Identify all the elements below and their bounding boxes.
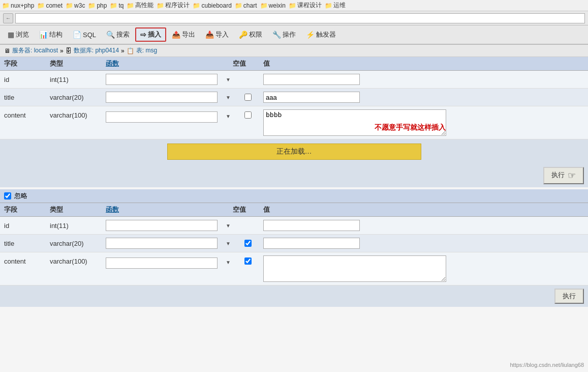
server-link[interactable]: 服务器: localhost	[12, 46, 58, 55]
structure-icon: 📊	[39, 31, 48, 39]
func-select-id-2[interactable]	[106, 220, 218, 231]
bookmark-kecheng[interactable]: 📁 课程设计	[289, 1, 322, 10]
folder-icon: 📁	[235, 2, 242, 9]
annotation-text: 不愿意手写就这样插入	[375, 123, 446, 132]
func-select-content-1[interactable]	[106, 111, 218, 123]
pma-toolbar: ▦ 浏览 📊 结构 📄 SQL 🔍 搜索 ⇨ 插入 📤 导出 📥 导入 🔑	[0, 25, 588, 45]
bookmark-tq[interactable]: 📁 tq	[110, 2, 123, 9]
folder-icon: 📁	[127, 2, 134, 9]
type-content-2: varchar(100)	[50, 255, 106, 265]
import-icon: 📥	[205, 31, 214, 39]
section1-table-header: 字段 类型 函数 空值 值	[0, 57, 588, 71]
select-arrow-icon: ▼	[226, 223, 231, 228]
ignore-label: 忽略	[14, 191, 27, 201]
folder-icon: 📁	[110, 2, 117, 9]
null-cell-title-1	[233, 94, 263, 101]
select-arrow-icon: ▼	[226, 113, 231, 119]
toolbar-insert[interactable]: ⇨ 插入	[135, 27, 166, 42]
folder-icon: 📁	[289, 2, 296, 9]
loading-bar-row: 正在加载…	[0, 139, 588, 164]
func-select-title-2[interactable]	[106, 238, 218, 249]
field-title-1: title	[4, 94, 50, 101]
null-checkbox-title-1[interactable]	[244, 94, 252, 101]
null-checkbox-title-2[interactable]	[244, 240, 252, 247]
toolbar-search[interactable]: 🔍 搜索	[102, 28, 134, 41]
func-select-content-2[interactable]	[106, 257, 218, 269]
null-checkbox-content-2[interactable]	[244, 257, 252, 265]
header-type: 类型	[50, 59, 106, 68]
triggers-icon: ⚡	[306, 31, 315, 39]
bookmark-gaoxingneng[interactable]: 📁 高性能	[127, 1, 153, 10]
bookmark-cubieboard[interactable]: 📁 cubieboard	[193, 2, 231, 9]
value-textarea-content-2[interactable]	[263, 255, 446, 282]
header2-type: 类型	[50, 205, 106, 214]
bookmark-chart[interactable]: 📁 chart	[235, 2, 257, 9]
sql-icon: 📄	[73, 31, 81, 39]
type-title-2: varchar(20)	[50, 240, 106, 247]
toolbar-browse[interactable]: ▦ 浏览	[3, 28, 34, 41]
folder-icon: 📁	[37, 2, 45, 9]
bookmark-w3c[interactable]: 📁 w3c	[66, 2, 85, 9]
func-select-title-1[interactable]	[106, 92, 218, 103]
database-icon: 🗄	[66, 47, 72, 54]
select-arrow-icon: ▼	[226, 260, 231, 265]
main-window: ▦ 浏览 📊 结构 📄 SQL 🔍 搜索 ⇨ 插入 📤 导出 📥 导入 🔑	[0, 25, 588, 372]
loading-text: 正在加载…	[276, 147, 312, 155]
folder-icon: 📁	[193, 2, 200, 9]
toolbar-triggers[interactable]: ⚡ 触发器	[301, 28, 341, 41]
folder-icon: 📁	[88, 2, 96, 9]
server-icon: 🖥	[4, 47, 10, 54]
database-link[interactable]: 数据库: php0414	[74, 46, 119, 55]
folder-icon: 📁	[157, 2, 164, 9]
search-icon: 🔍	[106, 31, 115, 39]
execute-row-2: 执行	[0, 285, 588, 307]
field-id-2: id	[4, 222, 50, 230]
browse-icon: ▦	[8, 31, 14, 39]
cursor-icon: ☞	[568, 170, 576, 181]
folder-icon: 📁	[2, 2, 10, 9]
bookmark-weixin[interactable]: 📁 weixin	[260, 2, 286, 9]
execute-button-1[interactable]: 执行 ☞	[543, 167, 584, 184]
table-link[interactable]: 表: msg	[136, 46, 157, 55]
null-cell-title-2	[233, 240, 263, 247]
func-select-id-1[interactable]	[106, 74, 218, 85]
table-row: title varchar(20) ▼	[0, 89, 588, 106]
execute-row-1: 执行 ☞	[0, 164, 588, 187]
bookmark-yunwei[interactable]: 📁 运维	[325, 1, 346, 10]
value-input-title-1[interactable]	[263, 92, 360, 103]
address-input[interactable]	[15, 13, 585, 23]
value-input-title-2[interactable]	[263, 238, 360, 249]
bookmarks-bar: 📁 nux+php 📁 comet 📁 w3c 📁 php 📁 tq 📁 高性能…	[0, 0, 588, 11]
breadcrumb-sep1: »	[60, 47, 64, 54]
toolbar-structure[interactable]: 📊 结构	[35, 28, 67, 41]
type-content-1: varchar(100)	[50, 109, 106, 119]
type-title-1: varchar(20)	[50, 94, 106, 101]
value-input-id-2[interactable]	[263, 220, 360, 231]
toolbar-export[interactable]: 📤 导出	[167, 28, 200, 41]
header-field: 字段	[4, 59, 50, 68]
bookmark-php[interactable]: 📁 php	[88, 2, 107, 9]
toolbar-permissions[interactable]: 🔑 权限	[234, 28, 267, 41]
back-button[interactable]: ←	[3, 13, 13, 23]
execute-button-2[interactable]: 执行	[554, 289, 584, 304]
select-arrow-icon: ▼	[226, 95, 231, 100]
toolbar-sql[interactable]: 📄 SQL	[68, 28, 101, 41]
table-icon: 📋	[127, 47, 134, 54]
table-row: content varchar(100) ▼	[0, 252, 588, 285]
toolbar-operations[interactable]: 🔧 操作	[268, 28, 300, 41]
null-checkbox-content-1[interactable]	[244, 111, 252, 119]
func-select-wrapper-3: ▼	[106, 109, 233, 123]
toolbar-import[interactable]: 📥 导入	[201, 28, 233, 41]
bookmark-nuxphp[interactable]: 📁 nux+php	[2, 2, 34, 9]
value-input-id-1[interactable]	[263, 74, 360, 85]
bookmark-chengxusheji[interactable]: 📁 程序设计	[157, 1, 190, 10]
null-cell-content-1	[233, 109, 263, 119]
watermark: https://blog.csdn.net/liulang68	[510, 362, 584, 368]
bookmark-comet[interactable]: 📁 comet	[37, 2, 63, 9]
func-select-wrapper-4: ▼	[106, 220, 233, 231]
loading-bar: 正在加载…	[167, 144, 421, 160]
folder-icon: 📁	[325, 2, 332, 9]
type-id-1: int(11)	[50, 76, 106, 83]
field-id-1: id	[4, 76, 50, 83]
ignore-checkbox[interactable]	[4, 192, 11, 199]
